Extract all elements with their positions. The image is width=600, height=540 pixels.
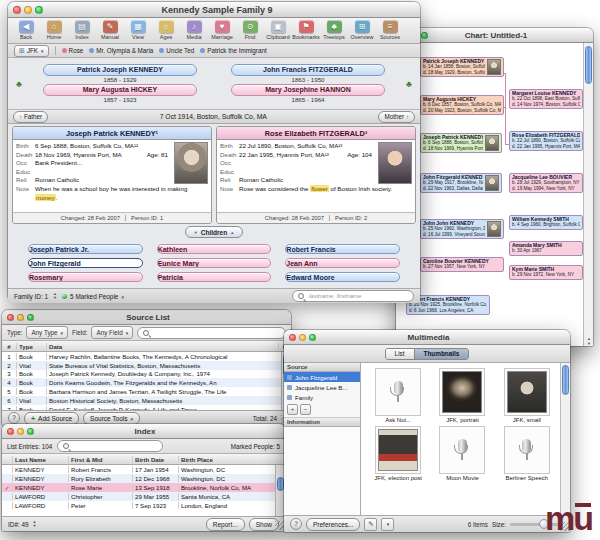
minimize-button[interactable] (17, 428, 24, 435)
toolbar-media[interactable]: ♪Media (182, 20, 206, 40)
tab-thumbnails[interactable]: Thumbnails (415, 349, 469, 359)
source-row[interactable]: 3BookJoseph Patrick Kennedy, Doubleday &… (2, 370, 291, 379)
chart-box-amanda-mary-smith[interactable]: Amanda Mary SMITH b. 30 Apr 1967 (509, 241, 583, 256)
index-titlebar[interactable]: Index (2, 424, 285, 439)
maternal-treetop-icon[interactable] (402, 64, 416, 104)
source-link[interactable]: money (35, 194, 56, 201)
mother-button[interactable]: Mother (378, 111, 415, 123)
chart-box-caroline-bouvier-kennedy[interactable]: Caroline Bouvier KENNEDY b. 27 Nov 1957,… (420, 257, 504, 272)
type-filter-popup[interactable]: Any Type (26, 326, 68, 339)
index-row[interactable]: LAWFORDPeter7 Sep 1923London, England (2, 501, 285, 510)
zoom-button[interactable] (27, 428, 34, 435)
people-search-input[interactable] (307, 292, 409, 300)
action-popup-icon[interactable] (381, 518, 394, 531)
bookmark-rose[interactable]: Rose (62, 47, 84, 54)
column-first-mid[interactable]: First & Mid (68, 456, 132, 463)
thumbnail-jfk-portrait[interactable]: JFK, portrait (431, 368, 493, 423)
zoom-button[interactable] (35, 6, 43, 14)
close-button[interactable] (289, 334, 296, 341)
source-row[interactable]: 5BookBarbara Harrison and James Terzian,… (2, 387, 291, 396)
zoom-button[interactable] (27, 314, 34, 321)
column-type[interactable]: Type (16, 343, 46, 350)
chart-canvas[interactable]: Patrick Joseph KENNEDY b. 14 Jan 1858, B… (396, 43, 593, 346)
toolbar-ages[interactable]: ☼Ages (154, 20, 178, 40)
toolbar-manual[interactable]: ✎Manual (98, 20, 122, 40)
source-row[interactable]: 4BookDoris Kearns Goodwin, The Fitzgeral… (2, 378, 291, 387)
chart-box-william-kennedy-smith[interactable]: William Kennedy SMITH b. 4 Sep 1960, Bri… (509, 215, 583, 230)
chart-box-mary-augusta-hickey[interactable]: Mary Augusta HICKEY b. 6 Dec 1857, Bosto… (420, 95, 504, 115)
edit-icon[interactable] (364, 518, 377, 531)
toolbar-treetops[interactable]: ♣Treetops (322, 20, 346, 40)
person-nav-popup[interactable]: JFK (14, 45, 49, 57)
husband-photo[interactable] (174, 142, 208, 184)
column-last-name[interactable]: Last Name (12, 456, 68, 463)
child-rosemary[interactable]: Rosemary (28, 272, 143, 282)
zoom-button[interactable] (309, 334, 316, 341)
source-link[interactable]: flower (310, 185, 329, 192)
scrollbar-thumb[interactable] (277, 477, 284, 491)
sidebar-item-john-fitzgerald[interactable]: John Fitzgerald (284, 372, 360, 382)
chart-box-john-john-kennedy[interactable]: John John KENNEDY b. 25 Nov 1960, Washin… (420, 219, 504, 239)
column-birth-place[interactable]: Birth Place (178, 456, 285, 463)
column-number[interactable]: # (2, 343, 16, 350)
chart-box-patrick-joseph-kennedy[interactable]: Patrick Joseph KENNEDY b. 14 Jan 1858, B… (420, 57, 504, 77)
minimize-button[interactable] (17, 314, 24, 321)
toolbar-home[interactable]: ⌂Home (42, 20, 66, 40)
help-button[interactable] (290, 518, 302, 530)
toolbar-find[interactable]: ⊙Find (238, 20, 262, 40)
grandfather-paternal-pill[interactable]: Patrick Joseph KENNEDY (43, 64, 197, 76)
husband-name-header[interactable]: Joseph Patrick KENNEDY¹ (13, 127, 211, 140)
chart-vertical-scrollbar[interactable]: ▲▼ (583, 43, 593, 346)
toolbar-bookmarks[interactable]: ⚑Bookmarks (294, 20, 318, 40)
wife-photo[interactable] (378, 142, 412, 184)
resize-grip[interactable] (275, 521, 284, 530)
column-birth-date[interactable]: Birth Date (132, 456, 178, 463)
grandfather-maternal-pill[interactable]: John Francis FITZGERALD (231, 64, 385, 76)
multimedia-titlebar[interactable]: Multimedia (284, 330, 570, 345)
thumbnail-jfk-small[interactable]: JFK, small (496, 368, 558, 423)
toolbar-back[interactable]: ◀Back (14, 20, 38, 40)
source-search-input[interactable] (152, 329, 281, 337)
minimize-button[interactable] (299, 334, 306, 341)
wife-name-header[interactable]: Rose Elizabeth FITZGERALD³ (217, 127, 415, 140)
chart-titlebar[interactable]: Chart: Untitled-1 (396, 28, 593, 43)
thumbnail-moon-movie[interactable]: Moon Movie (431, 426, 493, 481)
chart-box-john-fitzgerald-kennedy[interactable]: John Fitzgerald KENNEDY b. 29 May 1917, … (420, 173, 502, 193)
child-edward-moore[interactable]: Edward Moore (285, 272, 400, 282)
chart-box-joseph-patrick-kennedy[interactable]: Joseph Patrick KENNEDY b. 6 Sep 1888, Bo… (420, 133, 502, 153)
scrollbar-arrows[interactable]: ▲▼ (584, 336, 593, 346)
toolbar-index[interactable]: ▤Index (70, 20, 94, 40)
minimize-button[interactable] (24, 6, 32, 14)
family-id-stepper[interactable] (53, 292, 57, 300)
child-kathleen[interactable]: Kathleen (157, 244, 272, 254)
person-id-stepper[interactable] (33, 520, 37, 528)
bookmark-mr-olympia-maria[interactable]: Mr. Olympia & Maria (89, 47, 153, 54)
chart-box-margaret-louise-kennedy[interactable]: Margaret Louise KENNEDY b. 22 Oct 1898, … (509, 89, 583, 109)
source-row[interactable]: 6VitalBoston Historical Society, Boston,… (2, 396, 291, 405)
toolbar-view[interactable]: ▦View (126, 20, 150, 40)
marked-people-popup[interactable]: 5 Marked People (62, 293, 124, 300)
toolbar-overview[interactable]: ⊞Overview (350, 20, 374, 40)
sidebar-item-family[interactable]: Family (284, 392, 360, 402)
close-button[interactable] (13, 6, 21, 14)
grandmother-maternal-pill[interactable]: Mary Josephine HANNON (231, 84, 385, 96)
thumbnail-jfk-election-post[interactable]: JFK, election post (367, 426, 429, 481)
source-titlebar[interactable]: Source List (2, 310, 291, 325)
child-jean-ann[interactable]: Jean Ann (285, 258, 400, 268)
thumbnail-ask-not[interactable]: Ask Not... (367, 368, 429, 423)
scrollbar-thumb[interactable] (585, 46, 592, 84)
grandmother-paternal-pill[interactable]: Mary Augusta HICKEY (43, 84, 197, 96)
chart-box-jacqueline-lee-bouvier[interactable]: Jacqueline Lee BOUVIER b. 28 Jul 1929, S… (509, 173, 583, 193)
preferences-button[interactable]: Preferences... (306, 518, 360, 531)
zoom-button[interactable] (421, 32, 428, 39)
remove-button[interactable]: − (300, 404, 311, 415)
add-button[interactable]: + (287, 404, 298, 415)
chart-box-kym-marie-smith[interactable]: Kym Marie SMITH b. 29 Nov 1972, New York… (509, 265, 583, 280)
source-row[interactable]: 2VitalState Bureaus of Vital Statistics,… (2, 361, 291, 370)
family-titlebar[interactable]: Kennedy Sample Family 9 (8, 2, 420, 18)
index-row-selected[interactable]: ✓KENNEDYRose Marie13 Sep 1918Brookline, … (2, 483, 285, 492)
thumbnail-berliner-speech[interactable]: Berliner Speech (496, 426, 558, 481)
close-button[interactable] (7, 428, 14, 435)
child-joseph-patrick-jr[interactable]: Joseph Patrick Jr. (28, 244, 143, 254)
source-tools-button[interactable]: Source Tools (83, 412, 140, 425)
